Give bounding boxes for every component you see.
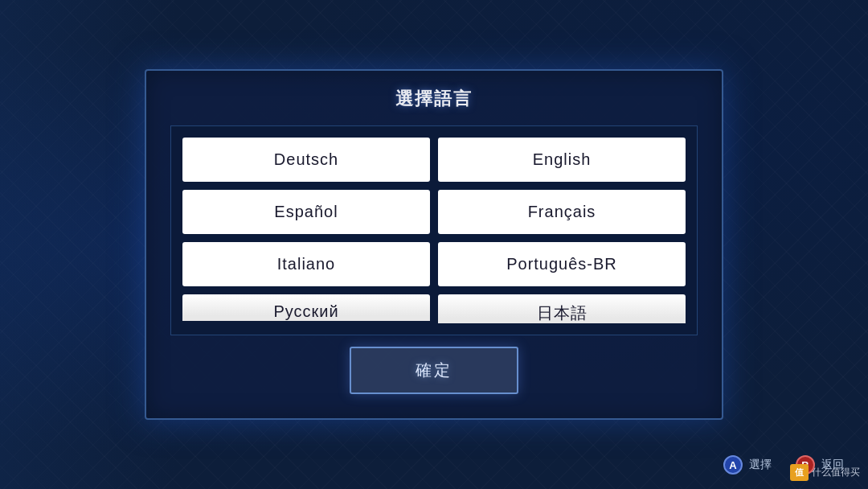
- watermark-badge: 值: [790, 464, 809, 481]
- select-hint-text: 選擇: [749, 458, 772, 472]
- watermark-text: 什么值得买: [812, 466, 860, 479]
- partial-row-japanese: 日本語: [438, 294, 686, 323]
- partial-row-russian: Русский: [182, 294, 430, 323]
- language-btn-italiano[interactable]: Italiano: [182, 242, 430, 286]
- watermark: 值 什么值得买: [790, 464, 860, 481]
- language-btn-japanese[interactable]: 日本語: [438, 294, 686, 323]
- overlay: 選擇語言 Deutsch English Español Français It…: [0, 0, 868, 489]
- language-btn-deutsch[interactable]: Deutsch: [182, 138, 430, 182]
- select-hint: A 選擇: [723, 455, 772, 475]
- language-btn-russian[interactable]: Русский: [182, 294, 430, 321]
- language-btn-francais[interactable]: Français: [438, 190, 686, 234]
- language-dialog: 選擇語言 Deutsch English Español Français It…: [145, 69, 723, 420]
- bottom-bar: A 選擇 B 返回: [0, 455, 868, 475]
- language-btn-espanol[interactable]: Español: [182, 190, 430, 234]
- btn-a-icon: A: [723, 455, 743, 475]
- language-btn-portugues[interactable]: Português-BR: [438, 242, 686, 286]
- language-grid: Deutsch English Español Français Italian…: [182, 138, 686, 323]
- dialog-title: 選擇語言: [170, 87, 698, 111]
- confirm-button[interactable]: 確定: [350, 347, 518, 394]
- language-grid-wrapper: Deutsch English Español Français Italian…: [170, 125, 698, 335]
- confirm-btn-wrapper: 確定: [170, 347, 698, 394]
- language-btn-english[interactable]: English: [438, 138, 686, 182]
